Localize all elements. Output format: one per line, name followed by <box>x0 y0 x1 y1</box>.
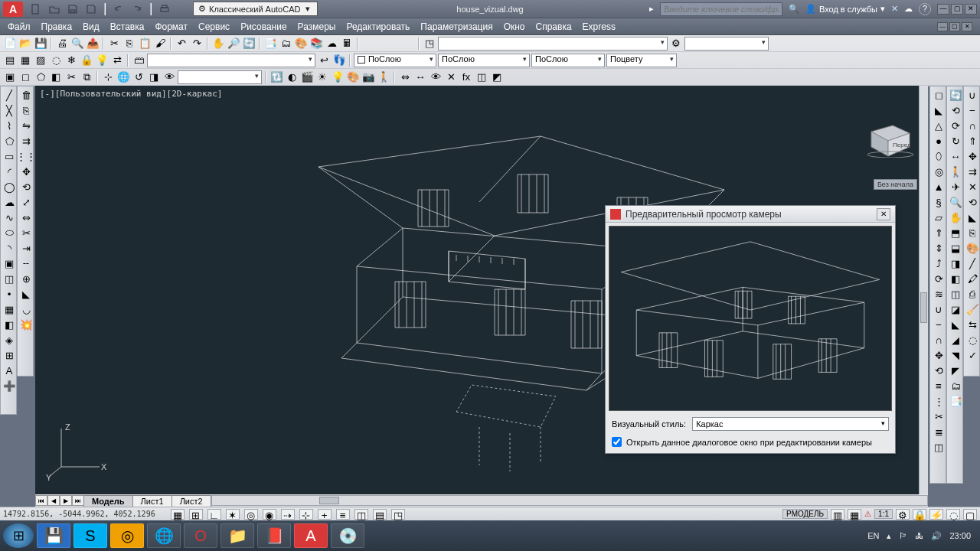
view-ne-icon[interactable]: ◥ <box>949 348 962 362</box>
search-icon[interactable]: 🔍 <box>789 4 799 14</box>
3dalign-icon[interactable]: ≡ <box>932 379 946 393</box>
toolpalettes-icon[interactable]: 🎨 <box>294 37 308 51</box>
constraints-icon[interactable]: ⇔ <box>398 70 412 84</box>
namedviews-icon[interactable]: 📑 <box>949 394 962 408</box>
space-mode-badge[interactable]: РМОДЕЛЬ <box>782 509 828 519</box>
ducs-toggle[interactable]: ⊹ <box>299 509 313 520</box>
circle-icon[interactable]: ◯ <box>2 180 16 194</box>
tab-model[interactable]: Модель <box>83 495 133 507</box>
polar-toggle[interactable]: ✶ <box>226 509 240 520</box>
ucs-icon[interactable]: ⊹ <box>101 70 115 84</box>
subtract-icon[interactable]: − <box>932 318 946 331</box>
array-icon[interactable]: ⋮⋮ <box>19 149 33 163</box>
layer-lock-icon[interactable]: 🔒 <box>80 54 93 67</box>
quickview-layouts-icon[interactable]: ▥ <box>831 509 844 520</box>
visualstyle-icon[interactable]: ◳ <box>423 37 436 51</box>
view-manager-icon[interactable]: 🗂 <box>949 379 962 393</box>
viewport-clip-icon[interactable]: ✂ <box>64 70 78 84</box>
layers-panel-icon[interactable]: 🗃 <box>132 54 145 67</box>
viewport-join-icon[interactable]: ⧉ <box>80 70 93 84</box>
addselected-icon[interactable]: ➕ <box>2 379 16 393</box>
qp-toggle[interactable]: ▤ <box>373 509 387 520</box>
erase-icon[interactable]: 🗑 <box>19 88 33 102</box>
taskbar-app-other[interactable]: 💿 <box>331 523 364 548</box>
ucs-face-icon[interactable]: ◨ <box>147 70 161 84</box>
taskbar-app-autocad[interactable]: A <box>294 523 328 548</box>
viewcube[interactable]: Перед <box>864 116 917 158</box>
tray-lang[interactable]: EN <box>867 531 879 540</box>
tray-volume-icon[interactable]: 🔊 <box>931 531 942 541</box>
layer-prev-icon[interactable]: ↩ <box>317 54 331 67</box>
tray-action-center-icon[interactable]: 🏳 <box>899 531 907 540</box>
loft-icon[interactable]: ≋ <box>932 287 946 301</box>
mtext-icon[interactable]: A <box>2 364 16 377</box>
materials-icon[interactable]: 🎨 <box>346 70 360 84</box>
menu-drawing[interactable]: Рисование <box>240 21 286 32</box>
menu-service[interactable]: Сервис <box>198 21 230 32</box>
trim-icon[interactable]: ✂ <box>19 226 33 240</box>
ucs-world-icon[interactable]: 🌐 <box>116 70 130 84</box>
cylinder-icon[interactable]: ⬯ <box>932 149 946 163</box>
separate-icon[interactable]: ⇆ <box>965 318 979 331</box>
param2-icon[interactable]: ◩ <box>490 70 504 84</box>
taskbar-app-skype[interactable]: S <box>74 523 107 548</box>
layer-off-icon[interactable]: ◌ <box>49 54 63 67</box>
start-button[interactable]: ⊞ <box>3 523 34 548</box>
sheetset-icon[interactable]: 📚 <box>309 37 323 51</box>
save-icon[interactable] <box>66 2 80 16</box>
planesurf-icon[interactable]: ▱ <box>932 210 946 224</box>
new-icon[interactable] <box>29 2 43 16</box>
view-se-icon[interactable]: ◢ <box>949 333 962 347</box>
otrack-toggle[interactable]: ⇢ <box>281 509 295 520</box>
section-icon[interactable]: ◫ <box>932 440 946 454</box>
layer-states-icon[interactable]: ▦ <box>18 54 32 67</box>
undo-icon[interactable]: ↶ <box>175 37 188 51</box>
new-icon[interactable]: 📄 <box>3 37 17 51</box>
preview-icon[interactable]: 🔍 <box>70 37 84 51</box>
taskbar-app-opera[interactable]: O <box>184 523 217 548</box>
3dmove-icon[interactable]: ✥ <box>932 348 946 362</box>
orbit-icon[interactable]: 🔄 <box>242 37 256 51</box>
visualstyle-dropdown[interactable] <box>438 37 668 51</box>
sphere-icon[interactable]: ● <box>932 134 946 148</box>
quickview-drawings-icon[interactable]: ▦ <box>848 509 861 520</box>
make-block-icon[interactable]: ◫ <box>2 272 16 285</box>
viewport-single-icon[interactable]: ◻ <box>18 70 32 84</box>
viewport-object-icon[interactable]: ◧ <box>49 70 63 84</box>
isolate-objects-icon[interactable]: ◌ <box>946 509 960 520</box>
tray-network-icon[interactable]: 🖧 <box>915 531 923 540</box>
helix-icon[interactable]: § <box>932 195 946 209</box>
3ddistance-icon[interactable]: ↔ <box>949 149 962 163</box>
viewport-icon[interactable]: ▣ <box>3 70 17 84</box>
walk-icon[interactable]: 🚶 <box>377 70 390 84</box>
view-dropdown[interactable] <box>684 37 769 51</box>
menu-edit[interactable]: Правка <box>41 21 73 32</box>
menu-modify[interactable]: Редактировать <box>346 21 410 32</box>
mdi-minimize-button[interactable]: — <box>937 22 948 31</box>
redo-icon[interactable] <box>130 2 144 16</box>
undo-icon[interactable] <box>112 2 126 16</box>
dialog-titlebar[interactable]: Предварительный просмотр камеры ✕ <box>606 206 895 223</box>
osnap-toggle[interactable]: ◎ <box>244 509 258 520</box>
fillet-icon[interactable]: ◡ <box>19 302 33 316</box>
move-icon[interactable]: ✥ <box>19 165 33 178</box>
gradient-icon[interactable]: ◧ <box>2 318 16 331</box>
paste-icon[interactable]: 📋 <box>138 37 152 51</box>
rotate-face-icon[interactable]: ⟲ <box>965 195 979 209</box>
torus-icon[interactable]: ◎ <box>932 165 946 178</box>
break-icon[interactable]: ╌ <box>19 256 33 270</box>
tpy-toggle[interactable]: ◫ <box>354 509 368 520</box>
clean-screen-icon[interactable]: ▢ <box>963 509 977 520</box>
menu-insert[interactable]: Вставка <box>110 21 145 32</box>
close-button[interactable]: ✕ <box>965 4 977 15</box>
workspace-dropdown[interactable]: ⚙ Классический AutoCAD ▾ <box>193 2 318 16</box>
menu-parametrize[interactable]: Параметризация <box>420 21 492 32</box>
toolbar-lock-icon[interactable]: 🔒 <box>913 509 926 520</box>
3dcorbit-icon[interactable]: ⟳ <box>949 119 962 132</box>
pan-icon[interactable]: ✋ <box>211 37 225 51</box>
scale-icon[interactable]: ⤢ <box>19 195 33 209</box>
view-front-icon[interactable]: ◫ <box>949 287 962 301</box>
extrude-face-icon[interactable]: ⇑ <box>965 134 979 148</box>
layer-match-icon[interactable]: ⇄ <box>110 54 124 67</box>
redo-icon[interactable]: ↷ <box>190 37 204 51</box>
